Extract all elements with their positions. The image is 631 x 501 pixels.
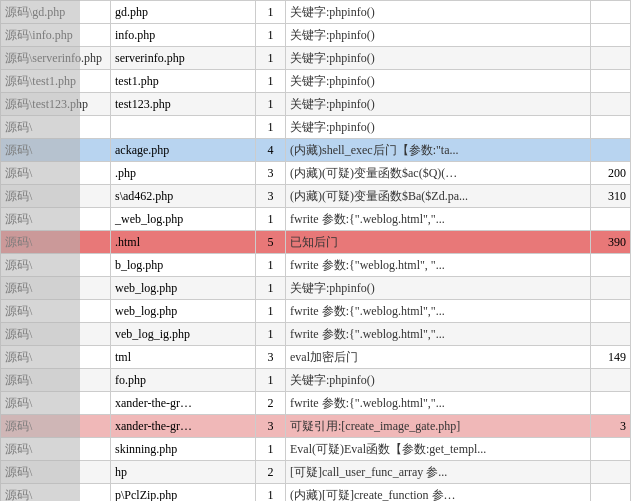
table-row[interactable]: 源码\p\PclZip.php1(内藏)[可疑]create_function … (1, 484, 631, 502)
count-cell: 3 (256, 162, 286, 185)
table-row[interactable]: 源码\ackage.php4(内藏)shell_exec后门【参数:"ta... (1, 139, 631, 162)
desc-cell: fwrite 参数:{".weblog.html","... (286, 323, 591, 346)
path-cell: 源码\ (1, 116, 111, 139)
count-cell: 1 (256, 24, 286, 47)
table-row[interactable]: 源码\hp2[可疑]call_user_func_array 参... (1, 461, 631, 484)
table-row[interactable]: 源码\.html5已知后门390 (1, 231, 631, 254)
desc-cell: [可疑]call_user_func_array 参... (286, 461, 591, 484)
path-cell: 源码\ (1, 438, 111, 461)
file-cell: web_log.php (111, 300, 256, 323)
size-cell (591, 323, 631, 346)
file-cell: tml (111, 346, 256, 369)
file-cell (111, 116, 256, 139)
table-row[interactable]: 源码\tml3eval加密后门149 (1, 346, 631, 369)
desc-cell: eval加密后门 (286, 346, 591, 369)
file-cell: xander-the-gr… (111, 392, 256, 415)
table-row[interactable]: 源码\veb_log_ig.php1fwrite 参数:{".weblog.ht… (1, 323, 631, 346)
path-cell: 源码\ (1, 484, 111, 502)
count-cell: 4 (256, 139, 286, 162)
size-cell: 149 (591, 346, 631, 369)
table-row[interactable]: 源码\serverinfo.phpserverinfo.php1关键字:phpi… (1, 47, 631, 70)
desc-cell: 关键字:phpinfo() (286, 277, 591, 300)
desc-cell: Eval(可疑)Eval函数【参数:get_templ... (286, 438, 591, 461)
size-cell (591, 300, 631, 323)
path-cell: 源码\test123.php (1, 93, 111, 116)
file-cell: .html (111, 231, 256, 254)
file-cell: _web_log.php (111, 208, 256, 231)
file-cell: hp (111, 461, 256, 484)
desc-cell: 关键字:phpinfo() (286, 47, 591, 70)
table-row[interactable]: 源码\web_log.php1fwrite 参数:{".weblog.html"… (1, 300, 631, 323)
table-row[interactable]: 源码\xander-the-gr…2fwrite 参数:{".weblog.ht… (1, 392, 631, 415)
size-cell (591, 70, 631, 93)
desc-cell: fwrite 参数:{".weblog.html","... (286, 208, 591, 231)
count-cell: 1 (256, 300, 286, 323)
path-cell: 源码\ (1, 415, 111, 438)
desc-cell: 关键字:phpinfo() (286, 1, 591, 24)
desc-cell: fwrite 参数:{"weblog.html", "... (286, 254, 591, 277)
table-row[interactable]: 源码\gd.phpgd.php1关键字:phpinfo() (1, 1, 631, 24)
table-row[interactable]: 源码\skinning.php1Eval(可疑)Eval函数【参数:get_te… (1, 438, 631, 461)
count-cell: 1 (256, 438, 286, 461)
size-cell (591, 116, 631, 139)
size-cell: 310 (591, 185, 631, 208)
results-table: 源码\gd.phpgd.php1关键字:phpinfo()源码\info.php… (0, 0, 631, 501)
table-row[interactable]: 源码\xander-the-gr…3可疑引用:[create_image_gat… (1, 415, 631, 438)
table-row[interactable]: 源码\info.phpinfo.php1关键字:phpinfo() (1, 24, 631, 47)
table-row[interactable]: 源码\_web_log.php1fwrite 参数:{".weblog.html… (1, 208, 631, 231)
path-cell: 源码\ (1, 185, 111, 208)
desc-cell: 关键字:phpinfo() (286, 93, 591, 116)
table-row[interactable]: 源码\test123.phptest123.php1关键字:phpinfo() (1, 93, 631, 116)
count-cell: 1 (256, 93, 286, 116)
path-cell: 源码\info.php (1, 24, 111, 47)
file-cell: veb_log_ig.php (111, 323, 256, 346)
file-cell: info.php (111, 24, 256, 47)
file-cell: s\ad462.php (111, 185, 256, 208)
size-cell (591, 369, 631, 392)
size-cell (591, 392, 631, 415)
table-row[interactable]: 源码\1关键字:phpinfo() (1, 116, 631, 139)
size-cell (591, 484, 631, 502)
size-cell (591, 139, 631, 162)
table-row[interactable]: 源码\.php3(内藏)(可疑)变量函数$ac($Q)(…200 (1, 162, 631, 185)
count-cell: 3 (256, 346, 286, 369)
size-cell (591, 438, 631, 461)
path-cell: 源码\ (1, 300, 111, 323)
file-cell: ackage.php (111, 139, 256, 162)
path-cell: 源码\ (1, 392, 111, 415)
count-cell: 1 (256, 277, 286, 300)
table-row[interactable]: 源码\fo.php1关键字:phpinfo() (1, 369, 631, 392)
path-cell: 源码\ (1, 346, 111, 369)
desc-cell: (内藏)(可疑)变量函数$ac($Q)(… (286, 162, 591, 185)
file-cell: xander-the-gr… (111, 415, 256, 438)
count-cell: 1 (256, 70, 286, 93)
count-cell: 1 (256, 116, 286, 139)
desc-cell: fwrite 参数:{".weblog.html","... (286, 300, 591, 323)
table-row[interactable]: 源码\s\ad462.php3(内藏)(可疑)变量函数$Ba($Zd.pa...… (1, 185, 631, 208)
path-cell: 源码\ (1, 208, 111, 231)
size-cell (591, 93, 631, 116)
file-cell: test1.php (111, 70, 256, 93)
main-table-container: 源码\gd.phpgd.php1关键字:phpinfo()源码\info.php… (0, 0, 631, 501)
count-cell: 2 (256, 461, 286, 484)
size-cell (591, 461, 631, 484)
table-row[interactable]: 源码\test1.phptest1.php1关键字:phpinfo() (1, 70, 631, 93)
path-cell: 源码\ (1, 369, 111, 392)
path-cell: 源码\ (1, 323, 111, 346)
desc-cell: 关键字:phpinfo() (286, 70, 591, 93)
count-cell: 5 (256, 231, 286, 254)
path-cell: 源码\ (1, 277, 111, 300)
path-cell: 源码\ (1, 231, 111, 254)
table-row[interactable]: 源码\b_log.php1fwrite 参数:{"weblog.html", "… (1, 254, 631, 277)
file-cell: fo.php (111, 369, 256, 392)
size-cell: 200 (591, 162, 631, 185)
file-cell: test123.php (111, 93, 256, 116)
count-cell: 1 (256, 323, 286, 346)
count-cell: 1 (256, 1, 286, 24)
count-cell: 1 (256, 254, 286, 277)
table-row[interactable]: 源码\web_log.php1关键字:phpinfo() (1, 277, 631, 300)
path-cell: 源码\ (1, 139, 111, 162)
size-cell (591, 1, 631, 24)
file-cell: p\PclZip.php (111, 484, 256, 502)
count-cell: 3 (256, 415, 286, 438)
